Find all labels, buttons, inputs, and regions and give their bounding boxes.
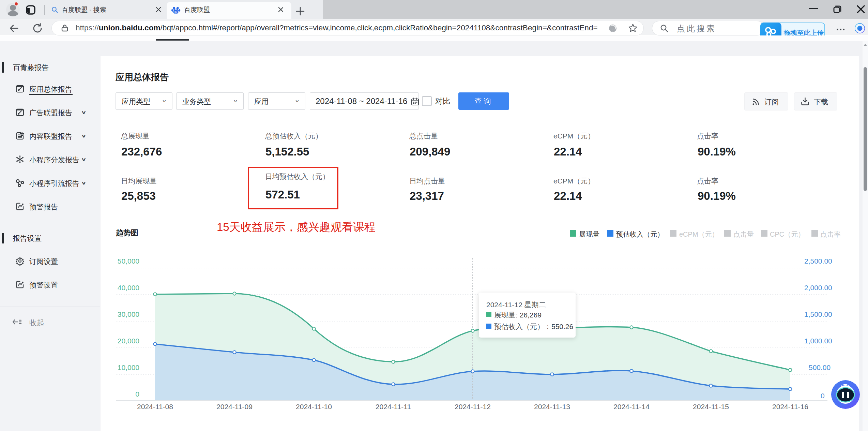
svg-text:20,000: 20,000 [118, 337, 139, 345]
svg-text:2,000.00: 2,000.00 [804, 284, 832, 292]
svg-text:2,500.00: 2,500.00 [804, 257, 832, 265]
svg-text:0: 0 [135, 390, 139, 398]
svg-text:10,000: 10,000 [118, 363, 139, 371]
svg-text:2024-11-15: 2024-11-15 [693, 403, 729, 411]
svg-text:2024-11-08: 2024-11-08 [137, 403, 173, 411]
svg-text:2024-11-10: 2024-11-10 [296, 403, 332, 411]
svg-text:2024-11-16: 2024-11-16 [772, 403, 808, 411]
svg-text:1,000.00: 1,000.00 [804, 337, 832, 345]
svg-text:500.00: 500.00 [809, 363, 831, 371]
svg-text:2024-11-14: 2024-11-14 [613, 403, 650, 411]
svg-text:50,000: 50,000 [118, 257, 139, 265]
svg-text:1,500.00: 1,500.00 [804, 310, 832, 318]
svg-text:du: du [174, 10, 177, 13]
svg-text:2024-11-09: 2024-11-09 [216, 403, 253, 411]
svg-text:40,000: 40,000 [118, 284, 139, 292]
svg-text:2024-11-11: 2024-11-11 [376, 403, 411, 411]
svg-text:2024-11-12: 2024-11-12 [455, 403, 491, 411]
svg-text:30,000: 30,000 [118, 310, 139, 318]
svg-text:0: 0 [821, 392, 825, 400]
svg-text:2024-11-13: 2024-11-13 [534, 403, 570, 411]
